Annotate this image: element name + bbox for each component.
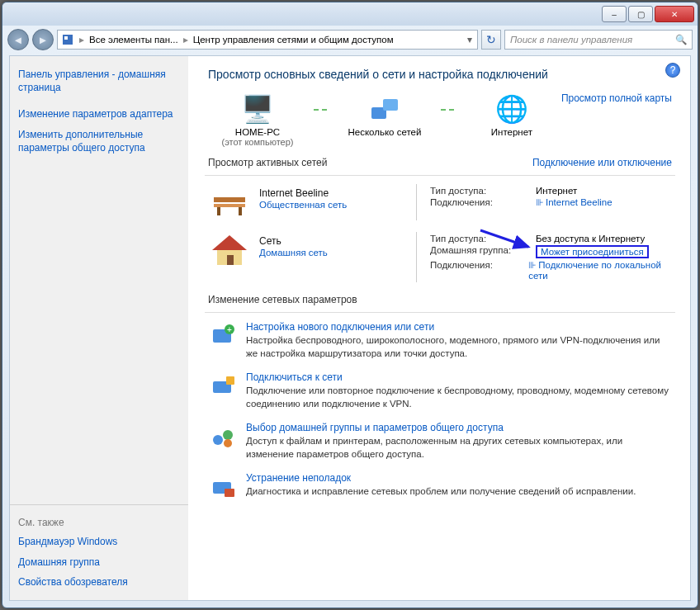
network-entry-home: Сеть Домашняя сеть Тип доступа: Без дост… bbox=[208, 232, 672, 282]
map-pc-label: HOME-PC bbox=[235, 127, 280, 137]
svg-point-19 bbox=[223, 430, 233, 440]
access-type-value: Без доступа к Интернету bbox=[536, 234, 645, 244]
settings-desc: Подключение или повторное подключение к … bbox=[246, 385, 672, 410]
map-connector bbox=[314, 109, 329, 111]
multi-network-icon bbox=[368, 92, 401, 125]
bench-icon bbox=[208, 184, 251, 220]
breadcrumb-part1[interactable]: Все элементы пан... bbox=[89, 35, 178, 45]
search-placeholder: Поиск в панели управления bbox=[510, 35, 632, 45]
full-map-link[interactable]: Просмотр полной карты bbox=[561, 92, 672, 104]
sidebar-homegroup[interactable]: Домашняя группа bbox=[18, 552, 180, 572]
map-connector bbox=[441, 109, 456, 111]
search-input[interactable]: Поиск в панели управления 🔍 bbox=[504, 30, 693, 50]
settings-link[interactable]: Устранение неполадок bbox=[246, 472, 351, 484]
settings-desc: Доступ к файлам и принтерам, расположенн… bbox=[246, 435, 672, 461]
homegroup-label: Домашняя группа: bbox=[430, 245, 529, 258]
new-connection-icon: + bbox=[208, 321, 238, 351]
house-icon bbox=[208, 232, 251, 268]
network-type-link[interactable]: Домашняя сеть bbox=[259, 248, 328, 258]
homegroup-icon bbox=[208, 422, 238, 452]
chevron-right-icon: ▸ bbox=[78, 34, 86, 45]
titlebar: – ▢ ✕ bbox=[2, 2, 698, 26]
homegroup-join-link[interactable]: Может присоединиться bbox=[541, 247, 644, 257]
sidebar-advanced-sharing[interactable]: Изменить дополнительные параметры общего… bbox=[18, 125, 180, 158]
content: Панель управления - домашняя страница Из… bbox=[9, 55, 691, 601]
svg-rect-17 bbox=[226, 376, 234, 385]
settings-homegroup-sharing: Выбор домашней группы и параметров общег… bbox=[208, 422, 672, 461]
connect-disconnect-link[interactable]: Подключение или отключение bbox=[532, 157, 672, 168]
adapter-icon: ⊪ bbox=[528, 260, 537, 270]
settings-desc: Диагностика и исправление сетевых пробле… bbox=[246, 485, 672, 499]
sidebar-internet-options[interactable]: Свойства обозревателя bbox=[18, 572, 180, 592]
network-name: Internet Beeline bbox=[259, 187, 408, 199]
svg-point-20 bbox=[224, 439, 232, 447]
troubleshoot-icon bbox=[208, 472, 238, 502]
access-type-label: Тип доступа: bbox=[430, 234, 529, 244]
svg-rect-22 bbox=[225, 489, 234, 497]
network-settings-heading: Изменение сетевых параметров bbox=[208, 294, 357, 305]
settings-link[interactable]: Подключиться к сети bbox=[246, 371, 343, 383]
connections-label: Подключения: bbox=[430, 260, 522, 281]
sidebar-home-link[interactable]: Панель управления - домашняя страница bbox=[18, 64, 180, 97]
back-button[interactable]: ◄ bbox=[7, 29, 29, 50]
svg-text:+: + bbox=[227, 325, 232, 334]
network-map: 🖥️ HOME-PC (этот компьютер) Несколько се… bbox=[208, 92, 561, 147]
network-type-link[interactable]: Общественная сеть bbox=[259, 200, 347, 210]
svg-point-18 bbox=[213, 435, 223, 445]
breadcrumb-part2[interactable]: Центр управления сетями и общим доступом bbox=[193, 35, 394, 45]
svg-marker-8 bbox=[212, 235, 247, 250]
control-panel-icon bbox=[61, 33, 74, 46]
settings-link[interactable]: Настройка нового подключения или сети bbox=[246, 321, 434, 333]
sidebar-seealso-label: См. также bbox=[18, 513, 180, 532]
svg-rect-7 bbox=[239, 207, 242, 215]
connection-link[interactable]: Подключение по локальной сети bbox=[528, 260, 661, 281]
settings-troubleshoot: Устранение неполадок Диагностика и испра… bbox=[208, 472, 672, 502]
globe-icon: 🌐 bbox=[495, 92, 528, 125]
network-name: Сеть bbox=[259, 235, 408, 247]
settings-desc: Настройка беспроводного, широкополосного… bbox=[246, 334, 672, 360]
active-networks-heading: Просмотр активных сетей bbox=[208, 157, 327, 168]
settings-new-connection: + Настройка нового подключения или сети … bbox=[208, 321, 672, 360]
main-panel: ? Просмотр основных сведений о сети и на… bbox=[188, 56, 690, 600]
refresh-button[interactable]: ↻ bbox=[481, 30, 501, 50]
connection-link[interactable]: Internet Beeline bbox=[546, 197, 612, 207]
access-type-label: Тип доступа: bbox=[430, 186, 529, 196]
adapter-icon: ⊪ bbox=[536, 197, 544, 207]
svg-rect-5 bbox=[214, 204, 245, 207]
close-button[interactable]: ✕ bbox=[655, 6, 694, 22]
sidebar-firewall[interactable]: Брандмауэр Windows bbox=[18, 532, 180, 551]
access-type-value: Интернет bbox=[536, 186, 577, 196]
page-heading: Просмотр основных сведений о сети и наст… bbox=[208, 68, 672, 81]
navbar: ◄ ► ▸ Все элементы пан... ▸ Центр управл… bbox=[2, 26, 698, 54]
breadcrumb[interactable]: ▸ Все элементы пан... ▸ Центр управления… bbox=[57, 30, 478, 50]
svg-rect-3 bbox=[383, 99, 398, 111]
svg-rect-10 bbox=[227, 255, 234, 265]
chevron-down-icon[interactable]: ▾ bbox=[466, 34, 474, 45]
map-pc-sub: (этот компьютер) bbox=[221, 137, 293, 147]
forward-button[interactable]: ► bbox=[32, 29, 54, 50]
connections-label: Подключения: bbox=[430, 197, 529, 208]
chevron-right-icon: ▸ bbox=[182, 34, 190, 45]
svg-rect-6 bbox=[217, 207, 220, 215]
map-multi-label: Несколько сетей bbox=[348, 127, 421, 137]
connect-network-icon bbox=[208, 371, 238, 401]
network-entry-beeline: Internet Beeline Общественная сеть Тип д… bbox=[208, 184, 672, 220]
sidebar: Панель управления - домашняя страница Из… bbox=[10, 56, 188, 600]
sidebar-adapter-settings[interactable]: Изменение параметров адаптера bbox=[18, 104, 180, 124]
svg-rect-1 bbox=[64, 36, 68, 40]
svg-rect-4 bbox=[214, 197, 245, 202]
computer-icon: 🖥️ bbox=[241, 92, 274, 125]
map-internet-label: Интернет bbox=[491, 127, 532, 137]
search-icon[interactable]: 🔍 bbox=[675, 34, 687, 45]
minimize-button[interactable]: – bbox=[602, 6, 627, 22]
window: – ▢ ✕ ◄ ► ▸ Все элементы пан... ▸ Центр … bbox=[2, 2, 698, 608]
settings-link[interactable]: Выбор домашней группы и параметров общег… bbox=[246, 422, 504, 433]
settings-connect-network: Подключиться к сети Подключение или повт… bbox=[208, 371, 672, 410]
maximize-button[interactable]: ▢ bbox=[628, 6, 653, 22]
help-icon[interactable]: ? bbox=[665, 63, 680, 78]
